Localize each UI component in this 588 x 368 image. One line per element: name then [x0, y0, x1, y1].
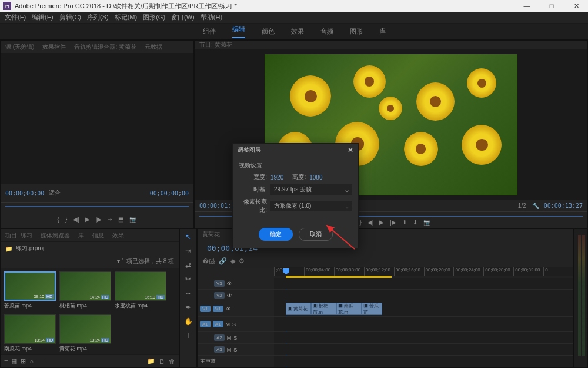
eye-icon[interactable]: 👁 [226, 306, 231, 312]
export-frame-icon[interactable]: 📷 [128, 216, 138, 223]
width-input[interactable]: 1920 [270, 174, 283, 181]
solo-icon[interactable]: S [233, 347, 237, 353]
bin-item[interactable]: 16;10HD水蜜桃苗.mp4 [115, 271, 166, 311]
ripple-edit-tool-icon[interactable]: ⇄ [185, 261, 191, 269]
minimize-button[interactable]: — [518, 2, 536, 10]
workspace-color[interactable]: 颜色 [262, 27, 275, 36]
razor-tool-icon[interactable]: ✂ [185, 275, 191, 283]
step-back-icon[interactable]: ◀| [72, 216, 81, 223]
menu-marker[interactable]: 标记(M) [115, 13, 138, 22]
menu-file[interactable]: 文件(F) [5, 13, 26, 22]
bin-item[interactable]: 13;24HD黄菊花.mp4 [59, 314, 111, 354]
play-icon[interactable]: ▶ [378, 219, 385, 226]
lift-icon[interactable]: ⬆ [401, 219, 408, 226]
solo-icon[interactable]: S [233, 335, 237, 341]
track-v1-toggle[interactable]: V1 [213, 306, 223, 312]
mute-icon[interactable]: M [226, 321, 230, 327]
new-item-icon[interactable]: 🗋 [159, 358, 165, 365]
tab-info[interactable]: 信息 [92, 231, 104, 240]
source-monitor[interactable] [1, 54, 193, 184]
overwrite-icon[interactable]: ⬒ [117, 216, 125, 223]
tab-audio-mixer[interactable]: 音轨剪辑混合器: 黄菊花 [74, 43, 136, 51]
bin-item[interactable]: 13;24HD南瓜花.mp4 [4, 314, 56, 354]
src-v1[interactable]: V1 [200, 306, 211, 312]
track-v3-toggle[interactable]: V3 [214, 280, 225, 287]
dialog-close-icon[interactable]: ✕ [348, 146, 353, 154]
timeline-ruler[interactable]: ;00;0000;00;04;0000;00;08;0000;00;12;000… [274, 267, 573, 276]
selection-tool-icon[interactable]: ↖ [185, 233, 191, 241]
tab-effects[interactable]: 效果 [112, 231, 124, 240]
track-a3-toggle[interactable]: A3 [214, 346, 225, 353]
timebase-dropdown[interactable]: 29.97 fps 丢帧⌵ [270, 184, 352, 195]
step-back-icon[interactable]: ◀| [366, 219, 375, 226]
track-a2-toggle[interactable]: A2 [214, 334, 225, 341]
menu-edit[interactable]: 编辑(E) [32, 13, 54, 22]
workspace-audio[interactable]: 音频 [320, 27, 333, 36]
timeline-clip[interactable]: ▣ 枇杷苗.m [311, 303, 336, 315]
tab-metadata[interactable]: 元数据 [145, 43, 162, 51]
eye-icon[interactable]: 👁 [227, 281, 232, 287]
tab-source[interactable]: 源:(无剪辑) [5, 43, 34, 51]
tab-sequence[interactable]: 黄菊花 [202, 230, 220, 238]
program-tc-duration[interactable]: 00;00;13;27 [544, 203, 583, 209]
mark-out-icon[interactable]: } [358, 219, 362, 226]
marker-icon[interactable]: ◆ [230, 257, 235, 266]
tab-media-browser[interactable]: 媒体浏览器 [41, 231, 70, 240]
track-a1-toggle[interactable]: A1 [213, 321, 223, 327]
trash-icon[interactable]: 🗑 [169, 358, 175, 365]
tab-library[interactable]: 库 [78, 231, 84, 240]
new-bin-icon[interactable]: 📁 [147, 357, 155, 365]
solo-icon[interactable]: S [232, 321, 236, 327]
list-view-icon[interactable]: ≡ [4, 358, 8, 365]
maximize-button[interactable]: □ [543, 2, 560, 10]
source-scrubber[interactable] [1, 202, 193, 210]
tab-program[interactable]: 节目: 黄菊花 [199, 41, 232, 49]
timeline-clip[interactable]: ▣ 黄菊花 [286, 303, 311, 315]
workspace-library[interactable]: 库 [379, 27, 386, 36]
height-input[interactable]: 1080 [309, 174, 322, 181]
bin-icon[interactable]: 📁 [5, 246, 12, 252]
menu-help[interactable]: 帮助(H) [201, 13, 222, 22]
source-tc-in[interactable]: 00;00;00;00 [5, 190, 44, 197]
cancel-button[interactable]: 取消 [299, 228, 333, 241]
menu-graphics[interactable]: 图形(G) [143, 13, 165, 22]
bin-item[interactable]: 38;10HD苦瓜苗.mp4 [4, 271, 56, 311]
workspace-assembly[interactable]: 组件 [203, 27, 216, 36]
track-v2-toggle[interactable]: V2 [214, 292, 225, 299]
ok-button[interactable]: 确定 [259, 228, 293, 241]
settings-icon[interactable]: ⚙ [239, 257, 245, 266]
mute-icon[interactable]: M [227, 335, 232, 341]
filter-icon[interactable]: ▾ [117, 258, 120, 264]
eye-icon[interactable]: 👁 [227, 293, 232, 299]
export-frame-icon[interactable]: 📷 [422, 219, 432, 226]
src-a1[interactable]: A1 [200, 321, 211, 327]
slip-tool-icon[interactable]: ↔ [185, 289, 192, 297]
workspace-editing[interactable]: 编辑 [232, 25, 245, 38]
icon-view-icon[interactable]: ▦ [11, 357, 17, 365]
mark-in-icon[interactable]: { [56, 216, 61, 223]
source-fit-dropdown[interactable]: 适合 [48, 189, 62, 197]
menu-clip[interactable]: 剪辑(C) [59, 13, 81, 22]
timeline-clip[interactable]: ▣ 南瓜花.m [336, 303, 362, 315]
hand-tool-icon[interactable]: ✋ [184, 317, 193, 326]
mute-icon[interactable]: M [227, 347, 232, 353]
menu-window[interactable]: 窗口(W) [171, 13, 195, 22]
wrench-icon[interactable]: 🔧 [531, 203, 540, 209]
program-resolution-dropdown[interactable]: 1/2 [517, 203, 527, 209]
type-tool-icon[interactable]: T [186, 331, 190, 340]
track-select-tool-icon[interactable]: ⇥ [185, 247, 191, 255]
snap-icon[interactable]: �磁 [202, 257, 215, 266]
par-dropdown[interactable]: 方形像素 (1.0)⌵ [270, 201, 352, 211]
step-forward-icon[interactable]: |▶ [389, 219, 397, 226]
timeline-clip[interactable]: ▣ 苦瓜苗 [362, 303, 382, 315]
bin-item[interactable]: 14;24HD枇杷苗.mp4 [59, 271, 111, 311]
pen-tool-icon[interactable]: ✒ [185, 303, 191, 311]
tab-effect-controls[interactable]: 效果控件 [42, 43, 66, 51]
zoom-slider[interactable]: ○── [29, 358, 42, 365]
linked-selection-icon[interactable]: 🔗 [219, 257, 227, 266]
mark-out-icon[interactable]: } [64, 216, 68, 223]
insert-icon[interactable]: ⇥ [106, 216, 113, 223]
freeform-view-icon[interactable]: ⊞ [21, 357, 26, 365]
tab-project[interactable]: 项目: 练习 [5, 231, 32, 240]
workspace-effects[interactable]: 效果 [291, 27, 304, 36]
